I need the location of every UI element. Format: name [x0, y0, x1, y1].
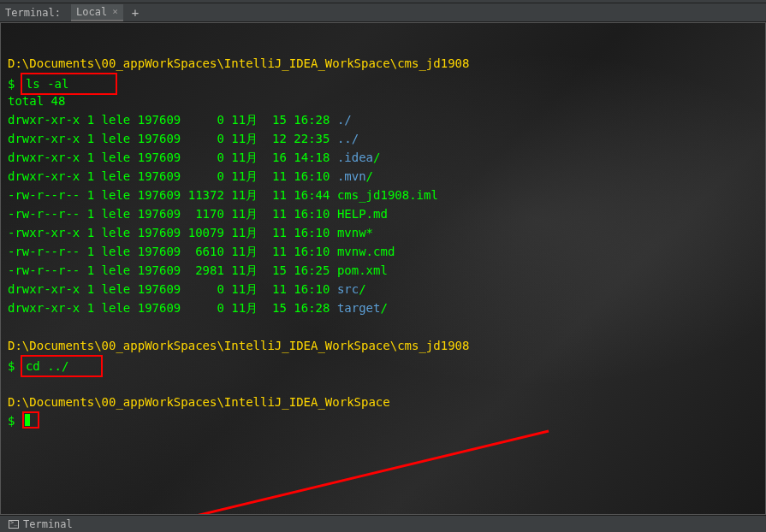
file-perms: -rwxr-xr-x 1 lele 197609 10079 11月 11 16… — [8, 226, 337, 239]
file-row: drwxr-xr-x 1 lele 197609 0 11月 11 16:10 … — [8, 167, 758, 186]
prompt-symbol: $ — [8, 359, 15, 373]
close-icon[interactable]: × — [112, 6, 118, 17]
file-perms: -rw-r--r-- 1 lele 197609 11372 11月 11 16… — [8, 188, 337, 202]
command-ls: ls -al — [26, 77, 69, 91]
file-row: -rwxr-xr-x 1 lele 197609 10079 11月 11 16… — [8, 223, 758, 242]
file-row: -rw-r--r-- 1 lele 197609 6610 11月 11 16:… — [8, 242, 758, 261]
prompt-path: D:\Documents\00_appWorkSpaces\IntelliJ_I… — [8, 339, 469, 352]
file-trail: / — [359, 282, 365, 296]
file-name: cms_jd1908.iml — [337, 188, 438, 202]
file-trail: / — [366, 169, 373, 183]
prompt-path: D:\Documents\00_appWorkSpaces\IntelliJ_I… — [8, 56, 469, 70]
file-name: mvnw.cmd — [337, 245, 395, 258]
file-row: -rw-r--r-- 1 lele 197609 1170 11月 11 16:… — [8, 204, 758, 223]
file-name: ../ — [337, 132, 359, 145]
file-perms: drwxr-xr-x 1 lele 197609 0 11月 15 16:28 — [8, 301, 337, 315]
svg-line-1 — [104, 431, 549, 515]
file-perms: drwxr-xr-x 1 lele 197609 0 11月 16 14:18 — [8, 151, 337, 164]
terminal-tab-bar: Terminal: Local × + — [0, 3, 766, 22]
file-name: .mvn — [337, 169, 366, 183]
file-name: pom.xml — [337, 263, 388, 277]
file-perms: drwxr-xr-x 1 lele 197609 0 11月 11 16:10 — [8, 282, 337, 296]
file-row: drwxr-xr-x 1 lele 197609 0 11月 16 14:18 … — [8, 148, 758, 167]
output-total: total 48 — [8, 92, 758, 110]
file-perms: drwxr-xr-x 1 lele 197609 0 11月 11 16:10 — [8, 169, 337, 183]
blank-line — [8, 374, 758, 393]
cursor-highlight — [22, 411, 39, 429]
file-perms: drwxr-xr-x 1 lele 197609 0 11月 15 16:28 — [8, 113, 337, 127]
file-row: -rw-r--r-- 1 lele 197609 11372 11月 11 16… — [8, 186, 758, 204]
command-cd: cd ../ — [26, 359, 69, 373]
file-name: ./ — [337, 113, 352, 127]
tab-title: Local — [76, 6, 107, 18]
blank-line — [8, 317, 758, 336]
terminal-label: Terminal: — [5, 7, 61, 19]
file-row: drwxr-xr-x 1 lele 197609 0 11月 15 16:28 … — [8, 110, 758, 129]
file-row: drwxr-xr-x 1 lele 197609 0 11月 12 22:35 … — [8, 129, 758, 148]
add-tab-icon[interactable]: + — [132, 6, 139, 20]
terminal-icon — [9, 520, 19, 529]
prompt-symbol: $ — [8, 414, 15, 428]
annotation-arrow-icon — [95, 427, 557, 515]
prompt-path: D:\Documents\00_appWorkSpaces\IntelliJ_I… — [8, 395, 390, 409]
file-perms: -rw-r--r-- 1 lele 197609 1170 11月 11 16:… — [8, 207, 337, 221]
cursor — [25, 414, 30, 426]
file-name: .idea — [337, 151, 373, 164]
file-perms: -rw-r--r-- 1 lele 197609 6610 11月 11 16:… — [8, 245, 337, 258]
terminal-tool-button[interactable]: Terminal — [9, 518, 73, 530]
file-name: target — [337, 301, 381, 315]
terminal-content[interactable]: D:\Documents\00_appWorkSpaces\IntelliJ_I… — [0, 22, 766, 515]
file-name: mvnw — [337, 226, 366, 239]
file-perms: -rw-r--r-- 1 lele 197609 2981 11月 15 16:… — [8, 263, 337, 277]
prompt-symbol: $ — [8, 77, 15, 91]
file-name: src — [337, 282, 359, 296]
file-trail: * — [366, 226, 373, 239]
file-trail: / — [380, 301, 387, 315]
terminal-tool-label: Terminal — [23, 518, 73, 530]
bottom-tool-bar: Terminal — [0, 515, 766, 532]
file-trail: / — [373, 151, 380, 164]
file-row: drwxr-xr-x 1 lele 197609 0 11月 15 16:28 … — [8, 299, 758, 317]
file-row: -rw-r--r-- 1 lele 197609 2981 11月 15 16:… — [8, 261, 758, 280]
file-name: HELP.md — [337, 207, 388, 221]
file-row: drwxr-xr-x 1 lele 197609 0 11月 11 16:10 … — [8, 280, 758, 299]
terminal-tab-local[interactable]: Local × — [71, 4, 123, 21]
file-perms: drwxr-xr-x 1 lele 197609 0 11月 12 22:35 — [8, 132, 337, 145]
